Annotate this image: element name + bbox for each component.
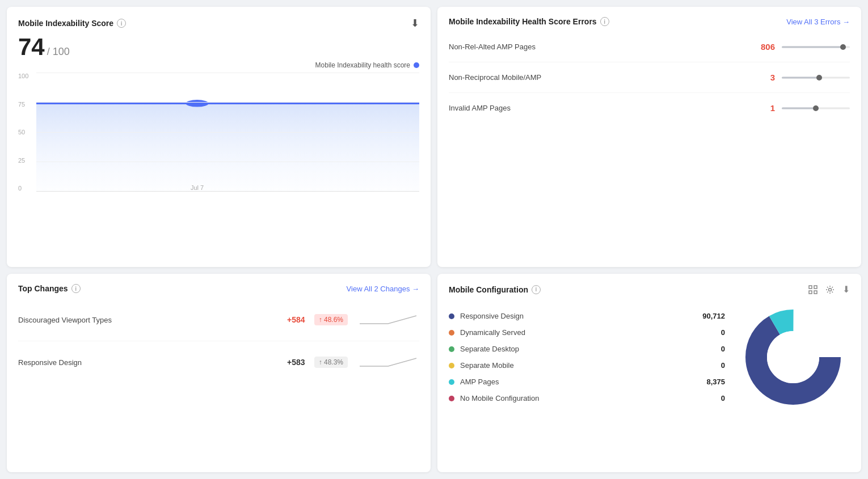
score-title-text: Mobile Indexability Score xyxy=(18,19,113,28)
config-label-6: No Mobile Configuration xyxy=(460,394,691,402)
config-header-icons: ⬇ xyxy=(808,284,850,295)
change-name-1: Discouraged Viewport Types xyxy=(18,316,268,324)
view-all-errors-link[interactable]: View All 3 Errors → xyxy=(786,18,850,26)
error-bar-dot-3 xyxy=(813,105,819,111)
change-value-2: +583 xyxy=(277,358,305,367)
score-card-header: Mobile Indexability Score i ⬇ xyxy=(18,17,419,29)
svg-point-6 xyxy=(829,288,832,291)
svg-rect-2 xyxy=(809,286,812,289)
changes-title-text: Top Changes xyxy=(18,284,68,293)
config-count-5: 8,375 xyxy=(697,378,725,386)
error-name-1: Non-Rel-Alted AMP Pages xyxy=(449,43,745,51)
change-mini-chart-1 xyxy=(357,311,419,328)
y-label-25: 25 xyxy=(18,157,34,164)
config-label-1: Responsive Design xyxy=(460,312,691,320)
config-card-header: Mobile Configuration i ⬇ xyxy=(449,284,850,295)
config-legend: Responsive Design 90,712 Dynamically Ser… xyxy=(449,308,725,406)
score-denom: / 100 xyxy=(47,46,70,58)
chart-legend: Mobile Indexability health score xyxy=(18,61,419,69)
chart-plot: Jul 7 xyxy=(36,73,419,192)
health-score-errors-card: Mobile Indexability Health Score Errors … xyxy=(437,7,861,267)
config-dot-3 xyxy=(449,346,454,352)
donut-chart xyxy=(736,300,850,414)
score-card-title: Mobile Indexability Score i xyxy=(18,19,126,28)
changes-list: Discouraged Viewport Types +584 ↑ 48.6% … xyxy=(18,299,419,383)
config-card-title: Mobile Configuration i xyxy=(449,285,541,294)
mobile-indexability-score-card: Mobile Indexability Score i ⬇ 74 / 100 M… xyxy=(7,7,431,267)
config-legend-row-1: Responsive Design 90,712 xyxy=(449,308,725,324)
config-label-4: Separate Mobile xyxy=(460,361,691,370)
x-label: Jul 7 xyxy=(191,184,204,191)
changes-card-header: Top Changes i View All 2 Changes → xyxy=(18,284,419,293)
y-label-0: 0 xyxy=(18,185,34,192)
change-row-1: Discouraged Viewport Types +584 ↑ 48.6% xyxy=(18,299,419,341)
config-dot-2 xyxy=(449,330,454,336)
view-all-changes-link[interactable]: View All 2 Changes → xyxy=(347,285,419,293)
change-row-2: Responsive Design +583 ↑ 48.3% xyxy=(18,341,419,383)
score-download-icon[interactable]: ⬇ xyxy=(411,17,419,29)
error-row-2: Non-Reciprocal Mobile/AMP 3 xyxy=(449,62,850,93)
y-label-75: 75 xyxy=(18,101,34,108)
change-badge-2: ↑ 48.3% xyxy=(314,357,348,368)
changes-info-icon[interactable]: i xyxy=(71,284,81,293)
change-value-1: +584 xyxy=(277,315,305,324)
config-content: Responsive Design 90,712 Dynamically Ser… xyxy=(449,300,850,414)
error-count-1: 806 xyxy=(752,42,775,52)
error-bar-3 xyxy=(782,104,850,112)
score-chart-area: 100 75 50 25 0 xyxy=(18,73,419,209)
error-bar-1 xyxy=(782,43,850,51)
error-bar-fill-3 xyxy=(782,107,816,109)
config-expand-icon[interactable] xyxy=(808,285,818,294)
error-count-2: 3 xyxy=(752,73,775,82)
change-name-2: Responsive Design xyxy=(18,358,268,367)
error-row-1: Non-Rel-Alted AMP Pages 806 xyxy=(449,32,850,62)
config-label-5: AMP Pages xyxy=(460,378,691,386)
config-dot-5 xyxy=(449,379,454,385)
error-name-3: Invalid AMP Pages xyxy=(449,104,745,112)
error-name-2: Non-Reciprocal Mobile/AMP xyxy=(449,73,745,82)
score-value: 74 xyxy=(18,35,45,59)
config-label-2: Dynamically Served xyxy=(460,328,691,337)
config-info-icon[interactable]: i xyxy=(532,285,541,294)
changes-card-title: Top Changes i xyxy=(18,284,81,293)
change-badge-1: ↑ 48.6% xyxy=(314,314,348,325)
svg-rect-3 xyxy=(814,286,817,289)
legend-dot xyxy=(414,62,419,68)
config-count-3: 0 xyxy=(697,345,725,353)
score-info-icon[interactable]: i xyxy=(117,19,126,28)
error-count-3: 1 xyxy=(752,103,775,113)
svg-rect-4 xyxy=(809,291,812,294)
mobile-config-card: Mobile Configuration i ⬇ Responsive Desi… xyxy=(437,274,861,472)
config-count-6: 0 xyxy=(697,394,725,402)
errors-list: Non-Rel-Alted AMP Pages 806 Non-Reciproc… xyxy=(449,32,850,123)
errors-info-icon[interactable]: i xyxy=(600,17,609,26)
donut-svg xyxy=(736,300,850,414)
config-dot-4 xyxy=(449,363,454,368)
config-dot-1 xyxy=(449,313,454,319)
top-changes-card: Top Changes i View All 2 Changes → Disco… xyxy=(7,274,431,472)
errors-title-text: Mobile Indexability Health Score Errors xyxy=(449,17,597,26)
config-legend-row-2: Dynamically Served 0 xyxy=(449,324,725,341)
errors-card-header: Mobile Indexability Health Score Errors … xyxy=(449,17,850,26)
y-label-50: 50 xyxy=(18,129,34,135)
config-legend-row-6: No Mobile Configuration 0 xyxy=(449,390,725,406)
error-bar-dot-1 xyxy=(840,44,846,50)
config-legend-row-3: Separate Desktop 0 xyxy=(449,341,725,357)
error-row-3: Invalid AMP Pages 1 xyxy=(449,93,850,123)
config-settings-icon[interactable] xyxy=(825,285,835,294)
config-label-3: Separate Desktop xyxy=(460,345,691,353)
config-download-icon[interactable]: ⬇ xyxy=(842,284,850,295)
error-bar-fill-2 xyxy=(782,77,819,78)
config-legend-row-5: AMP Pages 8,375 xyxy=(449,374,725,390)
errors-card-title: Mobile Indexability Health Score Errors … xyxy=(449,17,609,26)
config-count-4: 0 xyxy=(697,361,725,370)
config-legend-row-4: Separate Mobile 0 xyxy=(449,357,725,374)
svg-rect-5 xyxy=(814,291,817,294)
error-bar-dot-2 xyxy=(816,75,822,80)
svg-marker-0 xyxy=(36,103,419,191)
config-count-2: 0 xyxy=(697,328,725,337)
config-count-1: 90,712 xyxy=(697,312,725,320)
legend-label: Mobile Indexability health score xyxy=(315,61,410,69)
config-dot-6 xyxy=(449,396,454,401)
y-label-100: 100 xyxy=(18,73,34,79)
